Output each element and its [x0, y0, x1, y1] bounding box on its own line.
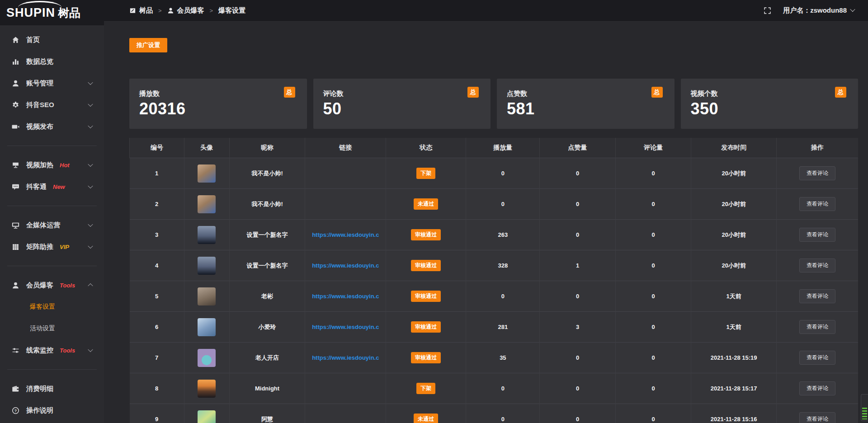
sidebar-item[interactable]: 数据总览: [0, 51, 104, 72]
member-icon: [167, 7, 174, 14]
brand-name-en: SHUPIN: [6, 5, 55, 20]
view-comments-button[interactable]: 查看评论: [799, 412, 835, 423]
cell-id: 1: [130, 158, 184, 189]
cell-time: 2021-11-28 15:16: [691, 404, 777, 423]
video-link[interactable]: https://www.iesdouyin.c: [312, 354, 379, 361]
breadcrumb-label: 树品: [139, 6, 153, 15]
sidebar-item[interactable]: 活动设置: [0, 318, 104, 339]
table-row: 3 设置一个新名字 https://www.iesdouyin.c 审核通过 2…: [130, 220, 859, 250]
stat-value: 50: [323, 99, 480, 118]
breadcrumb-label: 会员爆客: [177, 6, 204, 15]
sidebar-item[interactable]: 抖音SEO: [0, 94, 104, 116]
avatar: [198, 318, 216, 336]
sidebar-item-badge: Tools: [60, 347, 75, 354]
cell-nickname: Midnight: [229, 373, 305, 404]
chevron-icon: [88, 244, 93, 249]
sidebar-item-badge: Hot: [60, 162, 70, 169]
sidebar-item[interactable]: 会员爆客 Tools: [0, 274, 104, 296]
total-badge: 总: [467, 87, 479, 98]
cell-nickname: 设置一个新名字: [229, 250, 305, 281]
promo-settings-button[interactable]: 推广设置: [129, 38, 167, 52]
fullscreen-icon[interactable]: [764, 7, 771, 14]
sidebar-item-label: 数据总览: [26, 57, 53, 66]
video-link[interactable]: https://www.iesdouyin.c: [312, 324, 379, 330]
cell-likes: 3: [540, 312, 616, 343]
grid-icon: [12, 243, 19, 251]
cell-id: 7: [130, 343, 184, 373]
monitor-icon: [12, 221, 19, 229]
sidebar-item[interactable]: 爆客设置: [0, 296, 104, 318]
cell-time: 20小时前: [691, 158, 777, 189]
cell-comments: 0: [615, 250, 691, 281]
screen-icon: [12, 161, 19, 169]
sidebar-item-badge: New: [53, 183, 65, 190]
cell-time: 20小时前: [691, 189, 777, 220]
sidebar-item-label: 操作说明: [26, 406, 53, 415]
video-link[interactable]: https://www.iesdouyin.c: [312, 231, 379, 238]
breadcrumb-item[interactable]: 爆客设置: [218, 6, 245, 15]
view-comments-button[interactable]: 查看评论: [799, 197, 835, 211]
user-dropdown[interactable]: 用户名：zswodun88: [783, 6, 854, 15]
view-comments-button[interactable]: 查看评论: [799, 166, 835, 180]
status-badge: 审核通过: [411, 321, 441, 333]
table-header-cell: 链接: [305, 138, 386, 158]
status-badge: 未通过: [414, 414, 438, 423]
cell-plays: 0: [466, 189, 540, 220]
app-logo: SHUPIN 树品: [0, 0, 104, 25]
table-row: 8 Midnight 下架 0 0 0 2021-11-28 15:17 查看评…: [130, 373, 859, 404]
cell-time: 2021-11-28 15:19: [691, 343, 777, 373]
status-badge: 审核通过: [411, 229, 441, 240]
video-link[interactable]: https://www.iesdouyin.c: [312, 262, 379, 269]
view-comments-button[interactable]: 查看评论: [799, 228, 835, 242]
sidebar-item-label: 抖音SEO: [26, 101, 54, 109]
menu-divider: [7, 206, 97, 206]
sidebar-item[interactable]: 抖客通 New: [0, 176, 104, 197]
stat-card: 点赞数 581 总: [497, 79, 675, 129]
cell-comments: 0: [615, 158, 691, 189]
total-badge: 总: [284, 87, 295, 98]
cell-nickname: 老彬: [229, 281, 305, 312]
sidebar-item[interactable]: 矩阵助推 VIP: [0, 236, 104, 258]
sidebar-item[interactable]: 消费明细: [0, 378, 104, 400]
cell-id: 5: [130, 281, 184, 312]
sidebar-item[interactable]: 全媒体运营: [0, 214, 104, 236]
sidebar: SHUPIN 树品 首页 数据总览: [0, 0, 104, 423]
avatar: [198, 257, 216, 275]
cell-plays: 281: [466, 312, 540, 343]
videos-table: 编号 头像 昵称 链接 状态 播放量 点赞量: [129, 138, 858, 423]
cell-time: 2021-11-28 15:17: [691, 373, 777, 404]
main-content: 推广设置 播放数 20316 总 评论数 50 总 点赞数 581: [104, 22, 868, 423]
video-link[interactable]: https://www.iesdouyin.c: [312, 293, 379, 300]
menu-divider: [7, 369, 97, 370]
chevron-icon: [88, 162, 93, 167]
sidebar-item[interactable]: ? 操作说明: [0, 400, 104, 421]
chevron-icon: [88, 347, 93, 352]
chart-icon: [12, 58, 19, 66]
sidebar-item[interactable]: 线索监控 Tools: [0, 339, 104, 361]
breadcrumb-item[interactable]: 会员爆客: [167, 6, 219, 15]
cell-plays: 0: [466, 281, 540, 312]
sidebar-menu: 首页 数据总览 账号管理: [0, 25, 104, 421]
breadcrumb-item[interactable]: 树品: [129, 6, 167, 15]
cell-nickname: 阿慧: [229, 404, 305, 423]
sidebar-item[interactable]: 账号管理: [0, 72, 104, 94]
stat-card: 播放数 20316 总: [129, 79, 307, 129]
status-badge: 下架: [416, 168, 435, 179]
sidebar-item[interactable]: 首页: [0, 29, 104, 51]
view-comments-button[interactable]: 查看评论: [799, 320, 835, 334]
sidebar-item[interactable]: 视频发布: [0, 116, 104, 137]
sidebar-item-label: 视频加热: [26, 161, 53, 169]
stats-row: 播放数 20316 总 评论数 50 总 点赞数 581 总 视频个数: [129, 79, 858, 129]
username-label: 用户名：zswodun88: [783, 6, 847, 15]
view-comments-button[interactable]: 查看评论: [799, 289, 835, 303]
breadcrumb-label: 爆客设置: [218, 6, 245, 15]
table-header-cell: 编号: [130, 138, 184, 158]
sidebar-item-label: 抖客通: [26, 183, 47, 191]
cell-comments: 0: [615, 343, 691, 373]
view-comments-button[interactable]: 查看评论: [799, 381, 835, 395]
stat-card: 视频个数 350 总: [681, 79, 859, 129]
view-comments-button[interactable]: 查看评论: [799, 351, 835, 365]
view-comments-button[interactable]: 查看评论: [799, 258, 835, 273]
chevron-down-icon: [850, 7, 855, 12]
sidebar-item[interactable]: 视频加热 Hot: [0, 154, 104, 176]
